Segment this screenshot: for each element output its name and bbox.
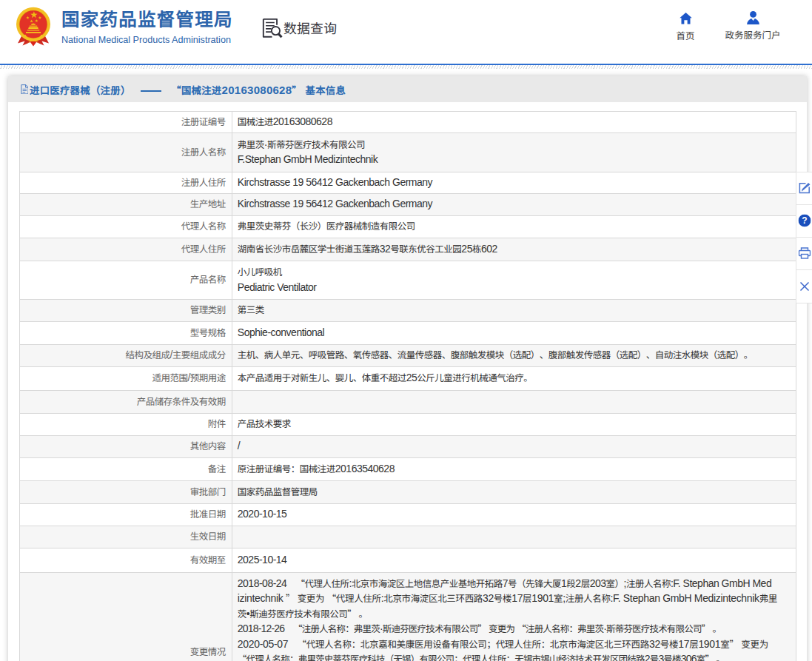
- svg-text:?: ?: [802, 215, 807, 226]
